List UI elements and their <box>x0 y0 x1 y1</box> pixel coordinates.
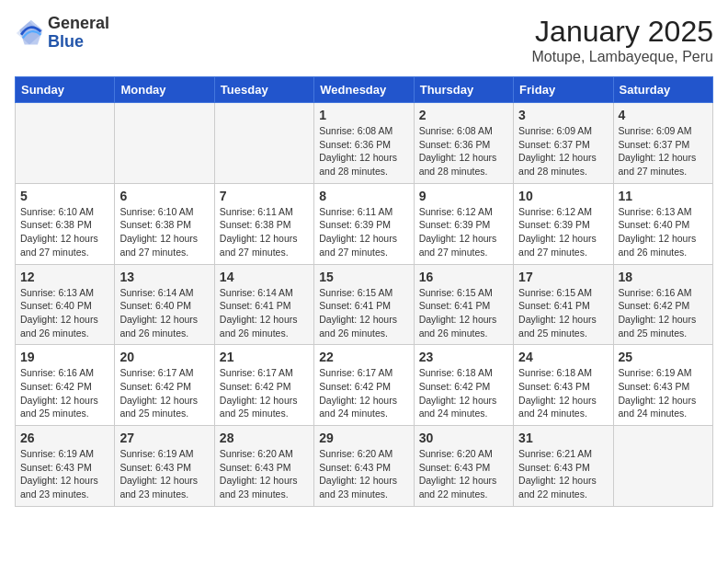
day-number: 4 <box>619 108 708 122</box>
day-info: Sunrise: 6:20 AM Sunset: 6:43 PM Dayligh… <box>419 447 508 501</box>
day-info: Sunrise: 6:21 AM Sunset: 6:43 PM Dayligh… <box>518 447 608 501</box>
day-number: 28 <box>220 431 309 445</box>
logo-general-text: General <box>48 15 109 33</box>
day-number: 23 <box>419 350 508 364</box>
day-info: Sunrise: 6:18 AM Sunset: 6:43 PM Dayligh… <box>518 366 608 420</box>
day-number: 30 <box>419 431 508 445</box>
calendar-cell: 15Sunrise: 6:15 AM Sunset: 6:41 PM Dayli… <box>314 264 414 345</box>
header-thursday: Thursday <box>414 77 513 103</box>
day-number: 18 <box>619 270 708 284</box>
calendar-cell: 7Sunrise: 6:11 AM Sunset: 6:38 PM Daylig… <box>214 183 313 264</box>
day-number: 21 <box>220 350 309 364</box>
calendar-cell: 30Sunrise: 6:20 AM Sunset: 6:43 PM Dayli… <box>414 426 513 507</box>
day-info: Sunrise: 6:14 AM Sunset: 6:41 PM Dayligh… <box>220 286 309 340</box>
day-number: 27 <box>119 431 209 445</box>
calendar-cell: 1Sunrise: 6:08 AM Sunset: 6:36 PM Daylig… <box>314 103 414 184</box>
week-row-5: 26Sunrise: 6:19 AM Sunset: 6:43 PM Dayli… <box>16 426 713 507</box>
logo-blue-text: Blue <box>48 33 109 52</box>
calendar-cell: 29Sunrise: 6:20 AM Sunset: 6:43 PM Dayli… <box>314 426 414 507</box>
day-number: 8 <box>319 189 408 203</box>
day-info: Sunrise: 6:20 AM Sunset: 6:43 PM Dayligh… <box>220 447 309 501</box>
day-number: 22 <box>319 350 408 364</box>
day-info: Sunrise: 6:14 AM Sunset: 6:40 PM Dayligh… <box>119 286 209 340</box>
day-info: Sunrise: 6:19 AM Sunset: 6:43 PM Dayligh… <box>20 447 109 501</box>
day-number: 1 <box>319 108 408 122</box>
day-info: Sunrise: 6:11 AM Sunset: 6:38 PM Dayligh… <box>220 205 309 259</box>
day-info: Sunrise: 6:16 AM Sunset: 6:42 PM Dayligh… <box>619 286 708 340</box>
day-number: 2 <box>419 108 508 122</box>
day-info: Sunrise: 6:15 AM Sunset: 6:41 PM Dayligh… <box>518 286 608 340</box>
day-number: 25 <box>619 350 708 364</box>
calendar-cell <box>214 103 313 184</box>
logo: General Blue <box>15 15 109 52</box>
header-friday: Friday <box>514 77 613 103</box>
day-number: 17 <box>518 270 608 284</box>
day-info: Sunrise: 6:09 AM Sunset: 6:37 PM Dayligh… <box>619 124 708 178</box>
calendar-cell: 24Sunrise: 6:18 AM Sunset: 6:43 PM Dayli… <box>514 345 613 426</box>
day-info: Sunrise: 6:17 AM Sunset: 6:42 PM Dayligh… <box>119 366 209 420</box>
page-title: January 2025 <box>532 15 713 49</box>
day-info: Sunrise: 6:17 AM Sunset: 6:42 PM Dayligh… <box>220 366 309 420</box>
calendar-cell <box>16 103 115 184</box>
header-wednesday: Wednesday <box>314 77 414 103</box>
week-row-1: 1Sunrise: 6:08 AM Sunset: 6:36 PM Daylig… <box>16 103 713 184</box>
day-number: 3 <box>518 108 608 122</box>
day-number: 13 <box>119 270 209 284</box>
day-number: 26 <box>20 431 109 445</box>
day-info: Sunrise: 6:19 AM Sunset: 6:43 PM Dayligh… <box>619 366 708 420</box>
calendar-cell: 18Sunrise: 6:16 AM Sunset: 6:42 PM Dayli… <box>613 264 712 345</box>
calendar-cell: 9Sunrise: 6:12 AM Sunset: 6:39 PM Daylig… <box>414 183 513 264</box>
calendar-cell: 22Sunrise: 6:17 AM Sunset: 6:42 PM Dayli… <box>314 345 414 426</box>
calendar-cell: 14Sunrise: 6:14 AM Sunset: 6:41 PM Dayli… <box>214 264 313 345</box>
day-info: Sunrise: 6:08 AM Sunset: 6:36 PM Dayligh… <box>319 124 408 178</box>
day-number: 24 <box>518 350 608 364</box>
logo-text: General Blue <box>48 15 109 52</box>
day-info: Sunrise: 6:16 AM Sunset: 6:42 PM Dayligh… <box>20 366 109 420</box>
day-info: Sunrise: 6:20 AM Sunset: 6:43 PM Dayligh… <box>319 447 408 501</box>
day-info: Sunrise: 6:19 AM Sunset: 6:43 PM Dayligh… <box>119 447 209 501</box>
day-number: 6 <box>119 189 209 203</box>
calendar-cell: 17Sunrise: 6:15 AM Sunset: 6:41 PM Dayli… <box>514 264 613 345</box>
calendar-cell: 25Sunrise: 6:19 AM Sunset: 6:43 PM Dayli… <box>613 345 712 426</box>
calendar-cell: 10Sunrise: 6:12 AM Sunset: 6:39 PM Dayli… <box>514 183 613 264</box>
calendar-cell: 19Sunrise: 6:16 AM Sunset: 6:42 PM Dayli… <box>16 345 115 426</box>
day-info: Sunrise: 6:09 AM Sunset: 6:37 PM Dayligh… <box>518 124 608 178</box>
day-info: Sunrise: 6:18 AM Sunset: 6:42 PM Dayligh… <box>419 366 508 420</box>
calendar-cell: 8Sunrise: 6:11 AM Sunset: 6:39 PM Daylig… <box>314 183 414 264</box>
title-block: January 2025 Motupe, Lambayeque, Peru <box>532 15 713 65</box>
day-number: 10 <box>518 189 608 203</box>
calendar-cell: 28Sunrise: 6:20 AM Sunset: 6:43 PM Dayli… <box>214 426 313 507</box>
day-info: Sunrise: 6:15 AM Sunset: 6:41 PM Dayligh… <box>319 286 408 340</box>
header-row: SundayMondayTuesdayWednesdayThursdayFrid… <box>16 77 713 103</box>
calendar-cell: 21Sunrise: 6:17 AM Sunset: 6:42 PM Dayli… <box>214 345 313 426</box>
day-info: Sunrise: 6:11 AM Sunset: 6:39 PM Dayligh… <box>319 205 408 259</box>
day-info: Sunrise: 6:17 AM Sunset: 6:42 PM Dayligh… <box>319 366 408 420</box>
day-info: Sunrise: 6:10 AM Sunset: 6:38 PM Dayligh… <box>20 205 109 259</box>
calendar-cell: 26Sunrise: 6:19 AM Sunset: 6:43 PM Dayli… <box>16 426 115 507</box>
calendar-cell: 2Sunrise: 6:08 AM Sunset: 6:36 PM Daylig… <box>414 103 513 184</box>
day-info: Sunrise: 6:13 AM Sunset: 6:40 PM Dayligh… <box>20 286 109 340</box>
calendar-cell: 23Sunrise: 6:18 AM Sunset: 6:42 PM Dayli… <box>414 345 513 426</box>
calendar-cell <box>613 426 712 507</box>
calendar-cell <box>115 103 214 184</box>
day-number: 14 <box>220 270 309 284</box>
day-number: 9 <box>419 189 508 203</box>
header-tuesday: Tuesday <box>214 77 313 103</box>
week-row-4: 19Sunrise: 6:16 AM Sunset: 6:42 PM Dayli… <box>16 345 713 426</box>
week-row-2: 5Sunrise: 6:10 AM Sunset: 6:38 PM Daylig… <box>16 183 713 264</box>
day-number: 7 <box>220 189 309 203</box>
calendar-cell: 3Sunrise: 6:09 AM Sunset: 6:37 PM Daylig… <box>514 103 613 184</box>
header-saturday: Saturday <box>613 77 712 103</box>
header-sunday: Sunday <box>16 77 115 103</box>
header-monday: Monday <box>115 77 214 103</box>
day-info: Sunrise: 6:13 AM Sunset: 6:40 PM Dayligh… <box>619 205 708 259</box>
calendar-cell: 13Sunrise: 6:14 AM Sunset: 6:40 PM Dayli… <box>115 264 214 345</box>
day-number: 31 <box>518 431 608 445</box>
day-info: Sunrise: 6:12 AM Sunset: 6:39 PM Dayligh… <box>419 205 508 259</box>
page-header: General Blue January 2025 Motupe, Lambay… <box>15 15 713 65</box>
calendar-cell: 6Sunrise: 6:10 AM Sunset: 6:38 PM Daylig… <box>115 183 214 264</box>
logo-icon <box>15 18 44 48</box>
day-info: Sunrise: 6:12 AM Sunset: 6:39 PM Dayligh… <box>518 205 608 259</box>
calendar-cell: 11Sunrise: 6:13 AM Sunset: 6:40 PM Dayli… <box>613 183 712 264</box>
day-number: 15 <box>319 270 408 284</box>
